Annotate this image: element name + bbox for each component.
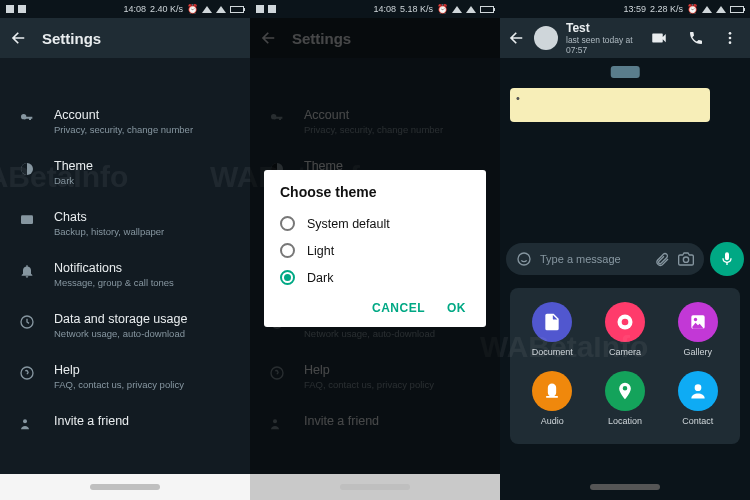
cancel-button[interactable]: CANCEL <box>372 301 425 315</box>
composer: Type a message <box>500 238 750 280</box>
svg-rect-1 <box>21 215 33 224</box>
invite-icon <box>18 414 36 432</box>
document-icon <box>532 302 572 342</box>
status-bar: 14:08 2.40 K/s ⏰ <box>0 0 250 18</box>
more-icon[interactable] <box>718 30 742 46</box>
settings-item-subtitle: Message, group & call tones <box>54 277 174 288</box>
android-nav-bar <box>0 474 250 500</box>
toolbar: Settings <box>0 18 250 58</box>
date-pill <box>611 66 640 78</box>
svg-point-13 <box>518 253 530 265</box>
attach-label: Location <box>608 416 642 426</box>
chat-title-block[interactable]: Test last seen today at 07:57 <box>566 21 636 55</box>
theme-option-light[interactable]: Light <box>280 237 470 264</box>
theme-option-dark[interactable]: Dark <box>280 264 470 291</box>
mic-button[interactable] <box>710 242 744 276</box>
attach-document[interactable]: Document <box>532 302 573 357</box>
contact-icon <box>678 371 718 411</box>
svg-point-12 <box>729 41 732 44</box>
settings-item-chats[interactable]: Chats Backup, history, wallpaper <box>0 200 250 251</box>
attach-gallery[interactable]: Gallery <box>678 302 718 357</box>
attach-label: Gallery <box>683 347 712 357</box>
settings-item-invite-a-friend[interactable]: Invite a friend <box>0 404 250 446</box>
chat-icon <box>18 210 36 228</box>
attach-label: Camera <box>609 347 641 357</box>
attach-audio[interactable]: Audio <box>532 371 572 426</box>
attach-contact[interactable]: Contact <box>678 371 718 426</box>
radio-icon <box>280 243 295 258</box>
dialog-title: Choose theme <box>280 184 470 200</box>
input-placeholder: Type a message <box>540 253 646 265</box>
radio-label: Dark <box>307 271 333 285</box>
android-nav-bar <box>500 474 750 500</box>
attachment-panel: Document Camera Gallery Audio Location C… <box>510 288 740 444</box>
svg-point-3 <box>21 367 33 379</box>
status-rate: 2.28 K/s <box>650 4 683 14</box>
gallery-icon <box>678 302 718 342</box>
theme-icon <box>18 159 36 177</box>
svg-point-19 <box>694 384 701 391</box>
settings-item-subtitle: Network usage, auto-download <box>54 328 187 339</box>
video-call-icon[interactable] <box>644 29 674 47</box>
last-seen: last seen today at 07:57 <box>566 35 636 55</box>
voice-call-icon[interactable] <box>682 30 710 46</box>
ok-button[interactable]: OK <box>447 301 466 315</box>
status-rate: 2.40 K/s <box>150 4 183 14</box>
key-icon <box>18 108 36 126</box>
attach-location[interactable]: Location <box>605 371 645 426</box>
message-bubble[interactable]: • <box>510 88 710 122</box>
settings-item-data-and-storage-usage[interactable]: Data and storage usage Network usage, au… <box>0 302 250 353</box>
settings-item-title: Data and storage usage <box>54 312 187 326</box>
settings-item-notifications[interactable]: Notifications Message, group & call tone… <box>0 251 250 302</box>
radio-label: System default <box>307 217 390 231</box>
settings-item-help[interactable]: Help FAQ, contact us, privacy policy <box>0 353 250 404</box>
settings-item-title: Chats <box>54 210 164 224</box>
radio-icon <box>280 270 295 285</box>
attach-label: Audio <box>541 416 564 426</box>
svg-point-10 <box>729 32 732 35</box>
avatar[interactable] <box>534 26 558 50</box>
svg-point-16 <box>622 319 629 326</box>
settings-item-title: Notifications <box>54 261 174 275</box>
android-nav-bar <box>250 474 500 500</box>
screenshot-theme-dialog: 14:08 5.18 K/s ⏰ Settings Account Privac… <box>250 0 500 500</box>
settings-item-title: Account <box>54 108 193 122</box>
settings-item-title: Help <box>54 363 184 377</box>
location-icon <box>605 371 645 411</box>
page-title: Settings <box>42 30 101 47</box>
radio-icon <box>280 216 295 231</box>
svg-point-18 <box>693 318 696 321</box>
screenshot-settings: 14:08 2.40 K/s ⏰ Settings Account Privac… <box>0 0 250 500</box>
chat-body: • <box>500 58 750 238</box>
attach-label: Contact <box>682 416 713 426</box>
back-icon[interactable] <box>508 29 526 47</box>
status-bar: 13:59 2.28 K/s ⏰ <box>500 0 750 18</box>
message-input[interactable]: Type a message <box>506 243 704 275</box>
settings-item-theme[interactable]: Theme Dark <box>0 149 250 200</box>
settings-item-account[interactable]: Account Privacy, security, change number <box>0 98 250 149</box>
attach-camera[interactable]: Camera <box>605 302 645 357</box>
emoji-icon[interactable] <box>516 251 532 267</box>
status-bar: 14:08 5.18 K/s ⏰ <box>250 0 500 18</box>
settings-item-subtitle: Dark <box>54 175 93 186</box>
status-rate: 5.18 K/s <box>400 4 433 14</box>
help-icon <box>18 363 36 381</box>
status-time: 13:59 <box>623 4 646 14</box>
attach-label: Document <box>532 347 573 357</box>
settings-item-subtitle: Backup, history, wallpaper <box>54 226 164 237</box>
contact-name: Test <box>566 21 636 35</box>
svg-point-11 <box>729 37 732 40</box>
theme-option-system-default[interactable]: System default <box>280 210 470 237</box>
camera-icon <box>605 302 645 342</box>
settings-item-title: Theme <box>54 159 93 173</box>
svg-point-14 <box>683 257 688 262</box>
data-icon <box>18 312 36 330</box>
settings-item-title: Invite a friend <box>54 414 129 428</box>
settings-list: Account Privacy, security, change number… <box>0 58 250 446</box>
back-icon[interactable] <box>10 29 28 47</box>
status-time: 14:08 <box>373 4 396 14</box>
camera-icon[interactable] <box>678 251 694 267</box>
status-time: 14:08 <box>123 4 146 14</box>
attach-icon[interactable] <box>654 251 670 267</box>
screenshot-chat: 13:59 2.28 K/s ⏰ Test last seen today at… <box>500 0 750 500</box>
